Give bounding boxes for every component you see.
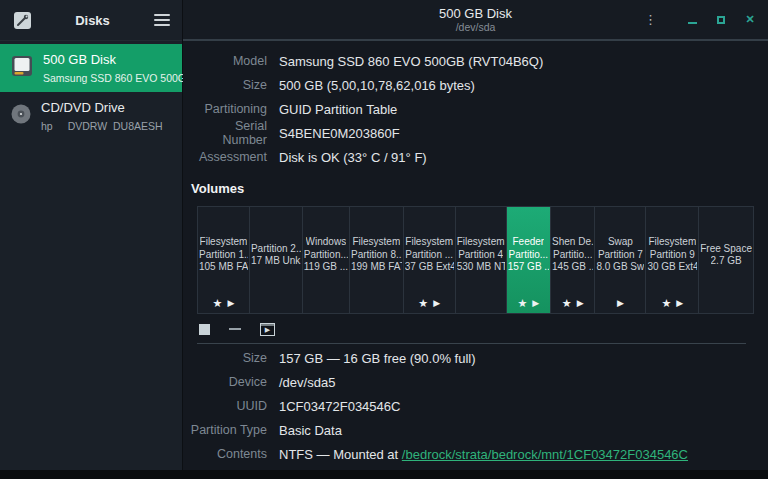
stop-square-icon	[199, 324, 210, 335]
volume-segment-ext4-partition[interactable]: Filesystem Partition ... 37 GB Ext4 ★▶	[404, 207, 456, 313]
device-subtitle: Samsung SSD 860 EVO 500GB	[43, 72, 193, 84]
device-title: CD/DVD Drive	[41, 100, 125, 115]
window-bottom-edge	[0, 470, 768, 479]
close-icon: ✕	[745, 14, 754, 25]
uuid-row: UUID 1CF03472F034546C	[189, 394, 756, 418]
close-button[interactable]: ✕	[744, 13, 756, 27]
maximize-button[interactable]	[715, 13, 727, 27]
sidebar-app-title: Disks	[31, 13, 154, 28]
delete-partition-button[interactable]	[229, 328, 241, 330]
row-value: Samsung SSD 860 EVO 500GB (RVT04B6Q)	[279, 54, 543, 69]
app-icon	[14, 12, 31, 29]
play-icon: ▶	[577, 298, 584, 308]
optical-disc-icon	[10, 103, 32, 129]
row-label: UUID	[189, 399, 267, 413]
disk-details: Model Samsung SSD 860 EVO 500GB (RVT04B6…	[183, 41, 768, 470]
minimize-icon	[688, 22, 697, 24]
row-label: Model	[189, 54, 267, 68]
volume-segment-shen-de[interactable]: Shen De... Partitio... 145 GB ... ★▶	[551, 207, 595, 313]
kebab-menu-icon[interactable]: ⋮	[644, 12, 657, 27]
device-list: 500 GB Disk Samsung SSD 860 EVO 500GB CD…	[0, 41, 182, 140]
volume-segment-partition-2[interactable]: Partition 2... 17 MB Unk...	[250, 207, 303, 313]
maximize-icon	[717, 16, 725, 24]
device-item-500gb-disk[interactable]: 500 GB Disk Samsung SSD 860 EVO 500GB	[0, 44, 182, 92]
row-value: S4BENE0M203860F	[279, 126, 400, 141]
disks-app-window: Disks 500 GB Disk Samsung SSD 860 EVO 5	[0, 0, 768, 479]
contents-row: Contents NTFS — Mounted at /bedrock/stra…	[189, 442, 756, 466]
mount-point-link[interactable]: /bedrock/strata/bedrock/mnt/1CF03472F034…	[402, 447, 688, 462]
volumes-heading: Volumes	[191, 181, 756, 196]
volume-segment-windows-partition[interactable]: Windows Partition... 119 GB ...	[303, 207, 350, 313]
hamburger-menu-icon[interactable]	[154, 14, 170, 26]
row-label: Size	[189, 78, 267, 92]
titlebar: 500 GB Disk /dev/sda ⋮ ✕	[183, 0, 768, 41]
size-row: Size 500 GB (5,00,10,78,62,016 bytes)	[189, 73, 756, 97]
volume-size-row: Size 157 GB — 16 GB free (90.0% full)	[189, 346, 756, 370]
row-label: Serial Number	[189, 119, 267, 147]
row-label: Partition Type	[189, 423, 267, 437]
row-value: NTFS — Mounted at /bedrock/strata/bedroc…	[279, 447, 688, 462]
sidebar-header: Disks	[0, 0, 182, 41]
minimize-button[interactable]	[686, 13, 698, 27]
row-value: Basic Data	[279, 423, 342, 438]
partition-type-row: Partition Type Basic Data	[189, 418, 756, 442]
volume-segment-swap-partition-7[interactable]: Swap Partition 7 8.0 GB Swap ▶	[595, 207, 646, 313]
star-icon: ★	[213, 298, 223, 308]
row-value: GUID Partition Table	[279, 102, 397, 117]
play-icon: ▶	[532, 298, 539, 308]
sidebar: Disks 500 GB Disk Samsung SSD 860 EVO 5	[0, 0, 183, 470]
row-value: Disk is OK (33° C / 91° F)	[279, 150, 427, 165]
unmount-button[interactable]	[199, 324, 210, 335]
volume-map: Filesystem Partition 1... 105 MB FAT ★▶ …	[197, 206, 754, 314]
serial-number-row: Serial Number S4BENE0M203860F	[189, 121, 756, 145]
star-icon: ★	[661, 298, 671, 308]
window-title: 500 GB Disk	[439, 6, 512, 21]
row-label: Size	[189, 351, 267, 365]
hard-drive-icon	[10, 55, 34, 81]
row-value: 1CF03472F034546C	[279, 399, 400, 414]
volume-segment-partition-1[interactable]: Filesystem Partition 1... 105 MB FAT ★▶	[198, 207, 250, 313]
model-row: Model Samsung SSD 860 EVO 500GB (RVT04B6…	[189, 49, 756, 73]
volume-segment-partition-4[interactable]: Filesystem Partition 4 530 MB NT...	[456, 207, 507, 313]
play-icon: ▶	[433, 298, 440, 308]
row-value: 157 GB — 16 GB free (90.0% full)	[279, 351, 476, 366]
volume-segment-partition-9[interactable]: Filesystem Partition 9 30 GB Ext4 ★▶	[646, 207, 699, 313]
divider	[197, 343, 746, 344]
device-title: 500 GB Disk	[43, 52, 116, 67]
row-label: Partitioning	[189, 102, 267, 116]
row-value: /dev/sda5	[279, 375, 335, 390]
volume-segment-free-space[interactable]: Free Space 2.7 GB	[699, 207, 753, 313]
star-icon: ★	[418, 298, 428, 308]
star-icon: ★	[562, 298, 572, 308]
row-label: Contents	[189, 447, 267, 461]
main-pane: 500 GB Disk /dev/sda ⋮ ✕ Model Samsung S…	[183, 0, 768, 470]
row-value: 500 GB (5,00,10,78,62,016 bytes)	[279, 78, 475, 93]
row-label: Assessment	[189, 150, 267, 164]
volume-segment-partition-8[interactable]: Filesystem Partition 8... 199 MB FAT	[350, 207, 404, 313]
boxed-play-icon: ▶	[260, 323, 275, 336]
window-subtitle: /dev/sda	[439, 21, 512, 34]
star-icon: ★	[517, 298, 527, 308]
device-item-cd-dvd-drive[interactable]: CD/DVD Drive hpDVDRW DU8AESH	[0, 92, 182, 140]
minus-icon	[229, 328, 241, 330]
play-icon: ▶	[617, 298, 624, 308]
device-subtitle: hpDVDRW DU8AESH	[41, 120, 163, 132]
play-icon: ▶	[676, 298, 683, 308]
row-label: Device	[189, 375, 267, 389]
assessment-row: Assessment Disk is OK (33° C / 91° F)	[189, 145, 756, 169]
play-icon: ▶	[227, 298, 234, 308]
volume-toolbar: ▶	[199, 320, 756, 338]
partitioning-row: Partitioning GUID Partition Table	[189, 97, 756, 121]
device-row: Device /dev/sda5	[189, 370, 756, 394]
partition-options-button[interactable]: ▶	[260, 323, 275, 336]
volume-segment-feeder-selected[interactable]: Feeder Partitio... 157 GB ... ★▶	[507, 207, 551, 313]
